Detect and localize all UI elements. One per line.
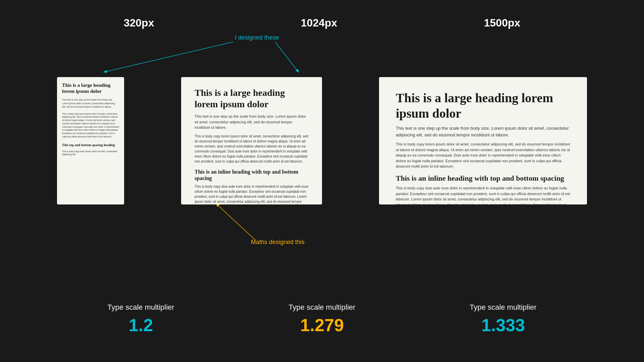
label-320: 320px [124,17,154,29]
svg-line-2 [216,204,255,240]
svg-line-1 [275,42,299,72]
card-1024: This is a large heading lorem ipsum dolo… [181,77,322,204]
annotation-designed-text: I designed these [235,34,279,41]
annotation-maths-text: Maths designed this [251,239,305,245]
multiplier-small: Type scale multiplier 1.2 [107,303,174,335]
card-medium-intro: This text is one step up the scale from … [195,114,309,130]
label-1024: 1024px [301,17,337,29]
card-large-body2: This is body copy duis aute irure dolor … [396,185,570,204]
card-small-body1: This is body copy lorem ipsum dolor sit … [62,112,119,138]
bottom-section: Type scale multiplier 1.2 Type scale mul… [0,303,644,335]
card-large-body1: This is body copy lorem ipsum dolor sit … [396,141,570,169]
card-medium-body2: This is body copy duis aute irure dolor … [195,184,309,204]
main-container: 320px 1024px 1500px I designed these Mat… [0,0,644,362]
card-large-heading: This is a large heading lorem ipsum dolo… [396,90,570,121]
multiplier-small-label: Type scale multiplier [107,303,174,312]
card-medium-heading: This is a large heading lorem ipsum dolo… [195,87,309,110]
card-large-intro: This text is one step up the scale from … [396,125,570,138]
label-1500: 1500px [484,17,521,29]
card-medium-subheading: This is an inline heading with top and b… [195,169,309,181]
card-large-subheading: This is an inline heading with top and b… [396,174,570,183]
multiplier-medium-value: 1.279 [288,315,355,335]
card-medium-body1: This is body copy lorem ipsum dolor sit … [195,134,309,164]
multiplier-medium: Type scale multiplier 1.279 [288,303,355,335]
svg-line-0 [104,42,233,72]
multiplier-large-value: 1.333 [470,315,536,335]
cards-row: This is a large heading lorem ipsum dolo… [0,77,644,204]
card-small-body2: This is body copy lorem ipsum dolor sit … [62,150,119,157]
card-small-subheading: This top and bottom spacing heading [62,143,119,147]
card-1500: This is a large heading lorem ipsum dolo… [379,77,587,204]
multiplier-small-value: 1.2 [107,315,174,335]
labels-row: 320px 1024px 1500px [0,0,644,29]
card-small-intro: This text is one step up the scale from … [62,98,119,109]
multiplier-large-label: Type scale multiplier [470,303,536,312]
card-320: This is a large heading lorem ipsum dolo… [57,77,124,204]
multiplier-large: Type scale multiplier 1.333 [470,303,536,335]
card-small-heading: This is a large heading lorem ipsum dolo… [62,82,119,94]
multiplier-medium-label: Type scale multiplier [288,303,355,312]
